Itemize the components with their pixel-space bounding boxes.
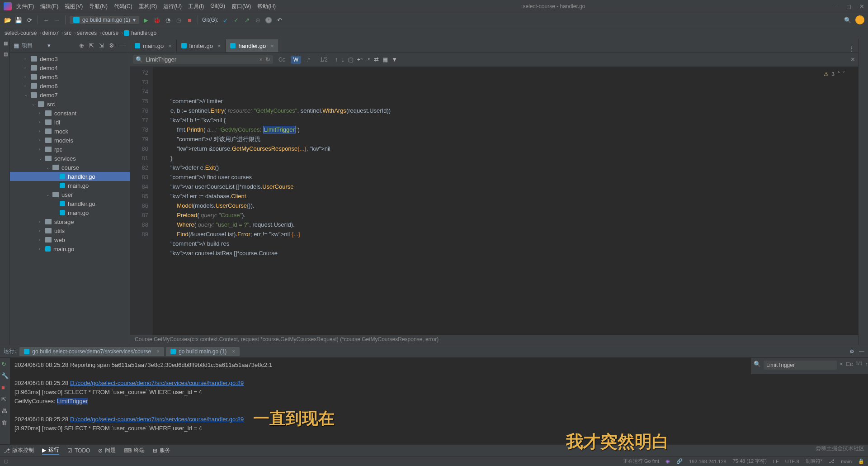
select-all-icon[interactable]: ▢ [348,56,354,63]
menu-item[interactable]: 编辑(E) [40,3,58,10]
tree-item[interactable]: ›web [10,235,130,244]
tree-item[interactable]: ›demo6 [10,81,130,90]
open-icon[interactable]: 📂 [4,16,12,24]
menu-item[interactable]: Git(G) [210,3,225,10]
bottom-tab[interactable]: ▶运行 [42,446,59,455]
prev-icon[interactable]: ↑ [865,361,868,367]
status-position[interactable]: 75:48 (12 字符) [733,458,767,465]
rerun-icon[interactable]: ↻ [1,361,9,368]
bottom-tab[interactable]: ⊞服务 [153,447,170,454]
link-icon[interactable]: 🔗 [676,458,683,464]
prev-match-icon[interactable]: ↑ [335,56,338,63]
run-tab[interactable]: go build select-course/demo7/src/service… [19,347,164,356]
bottom-tab[interactable]: ⌨终端 [124,447,145,454]
editor-tab[interactable]: main.go× [130,39,177,52]
expand-icon[interactable]: ⇱ [89,42,96,49]
tree-item[interactable]: ⌄src [10,100,130,109]
find-input[interactable] [146,56,259,63]
refresh-icon[interactable]: ⟳ [25,16,33,24]
tree-item[interactable]: main.go [10,208,130,217]
breadcrumb-item[interactable]: src [64,30,71,36]
history-icon[interactable]: ↻ [265,56,270,63]
run-config-selector[interactable]: go build main.go (1) ▾ [70,16,139,24]
forward-icon[interactable]: → [53,16,61,24]
lock-icon[interactable]: 🔒 [858,458,864,464]
avatar-icon[interactable] [855,15,864,24]
menu-item[interactable]: 工具(I) [188,3,204,10]
clear-icon[interactable]: × [259,56,263,63]
search-icon[interactable]: 🔍 [844,16,852,24]
editor-tab[interactable]: handler.go× [226,39,278,52]
save-icon[interactable]: 💾 [14,16,23,24]
git-push-icon[interactable]: ↗ [243,16,251,24]
tree-item[interactable]: main.go [10,181,130,190]
tree-item[interactable]: ›demo3 [10,54,130,63]
code-content[interactable]: ⚠ 3 ˄ ˇ "comment">// limiter e, b := sen… [153,67,858,335]
project-tree[interactable]: ›demo3›demo4›demo5›demo6⌄demo7⌄src›const… [10,52,130,345]
profile-icon[interactable]: ◷ [175,16,183,24]
breadcrumb-item[interactable]: course [102,30,118,36]
trash-icon[interactable]: 🗑 [1,419,9,427]
run-settings-icon[interactable]: ⚙ [849,348,854,355]
back-icon[interactable]: ← [42,16,50,24]
regex-button[interactable]: .* [304,56,313,64]
menu-item[interactable]: 窗口(W) [231,3,251,10]
git-history-icon[interactable]: ⊕ [254,16,262,24]
maximize-icon[interactable]: ◻ [846,3,851,10]
undo-icon[interactable]: ↶ [275,16,283,24]
status-indent[interactable]: 制表符* [806,458,822,465]
tree-item[interactable]: ⌄user [10,190,130,199]
breadcrumb-item[interactable]: demo7 [42,30,59,36]
stop-icon[interactable]: ■ [1,384,9,391]
menu-item[interactable]: 视图(V) [65,3,83,10]
git-commit-icon[interactable]: ✓ [232,16,240,24]
bottom-tab[interactable]: ⎇版本控制 [4,447,34,454]
coverage-icon[interactable]: ◔ [164,16,172,24]
filter-icon[interactable]: ▦ [382,56,388,63]
clear-icon[interactable]: × [840,361,843,367]
menu-item[interactable]: 帮助(H) [257,3,276,10]
close-find-icon[interactable]: ✕ [850,56,855,63]
menu-item[interactable]: 代码(C) [114,3,132,10]
file-link[interactable]: D:/code/go/select-course/demo7/src/servi… [70,416,244,423]
bottom-tab[interactable]: ☑TODO [67,447,90,454]
next-match-icon[interactable]: ↓ [341,56,344,63]
tree-item[interactable]: ›mock [10,127,130,136]
git-pull-icon[interactable]: ↙ [221,16,229,24]
project-toolwindow-icon[interactable]: ▦ [1,41,9,48]
tree-item[interactable]: ›demo5 [10,72,130,81]
wrench-icon[interactable]: 🔧 [1,372,9,380]
structure-toolwindow-icon[interactable]: ▤ [1,52,9,59]
hide-icon[interactable]: — [119,42,126,49]
stop-icon[interactable]: ■ [185,16,193,24]
status-encoding[interactable]: UTF-8 [785,459,799,464]
tree-item[interactable]: handler.go [10,172,130,181]
whole-word-button[interactable]: W [291,56,301,64]
tree-item[interactable]: ⌄services [10,154,130,163]
tree-item[interactable]: ›models [10,136,130,145]
git-clock-icon[interactable]: 🕐 [264,16,273,24]
status-ip[interactable]: 192.168.241.128 [689,459,726,464]
window-controls[interactable]: — ◻ ✕ [832,3,864,10]
status-eol[interactable]: LF [773,459,779,464]
tree-item[interactable]: ›idl [10,118,130,127]
menu-item[interactable]: 文件(F) [16,3,34,10]
tree-item[interactable]: ›main.go [10,244,130,253]
tree-item[interactable]: ›utils [10,226,130,235]
chevron-up-icon[interactable]: ˄ [837,70,840,79]
add-selection-icon[interactable]: +ⁿ [357,56,363,63]
toggle-selection-icon[interactable]: ⇄ [374,56,379,63]
match-case-icon[interactable]: Cc [846,361,853,367]
run-hide-icon[interactable]: — [859,348,864,355]
close-icon[interactable]: ✕ [859,3,864,10]
tabs-menu-icon[interactable]: ⋮ [845,45,858,52]
settings-icon[interactable]: ⚙ [109,42,116,49]
print-icon[interactable]: 🖶 [1,408,9,415]
inspection-widget[interactable]: ⚠ 3 ˄ ˇ [824,70,844,79]
tree-item[interactable]: ⌄demo7 [10,90,130,100]
status-branch[interactable]: main [841,459,852,464]
breadcrumb-item[interactable]: select-course [5,30,37,36]
menu-item[interactable]: 导航(N) [89,3,108,10]
funnel-icon[interactable]: ▼ [392,56,397,63]
match-case-button[interactable]: Cc [276,56,288,64]
